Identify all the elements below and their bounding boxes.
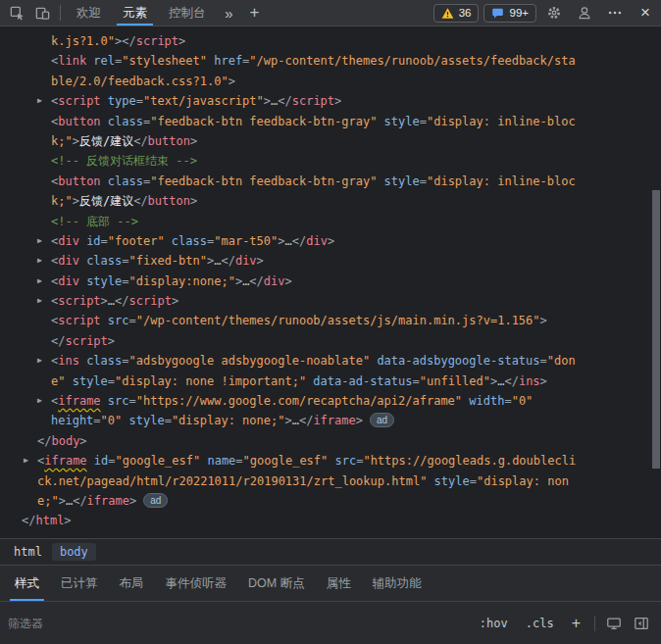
expand-arrow-icon[interactable]: ▶ <box>37 251 42 271</box>
dom-tree-line[interactable]: ▶<div class="fixed-btn">…</div> <box>0 251 661 271</box>
filter-input[interactable] <box>8 617 469 630</box>
code-val: "/wp-content/themes/runoob/assets/js/mai… <box>136 314 540 327</box>
breadcrumb-item-body[interactable]: body <box>52 543 96 561</box>
dom-tree-line[interactable]: <!-- 底部 --> <box>0 212 661 231</box>
sidebar-tab-6[interactable]: 属性 <box>316 566 362 601</box>
dom-tree-line[interactable]: <script src="/wp-content/themes/runoob/a… <box>0 311 661 330</box>
dom-tree-line[interactable]: e" style="display: none !important;" dat… <box>0 372 661 391</box>
code-val: "display:none;" <box>129 274 235 288</box>
breadcrumb-item-html[interactable]: html <box>6 543 50 561</box>
code-tag: iframe <box>313 414 355 427</box>
dom-tree-line[interactable]: height="0" style="display: none;">…</ifr… <box>0 411 661 430</box>
dom-tree-line[interactable]: <!-- 反馈对话框结束 --> <box>0 151 661 171</box>
devtools-toolbar: 欢迎元素控制台 » + 36 99 <box>0 0 661 26</box>
code-punc: > <box>73 194 79 208</box>
dom-tree-line[interactable]: </script> <box>0 331 661 351</box>
dom-tree-line[interactable]: <button class="feedback-btn feedback-btn… <box>0 172 661 191</box>
code-tag: html <box>35 514 64 527</box>
dom-tree-line[interactable]: ▶<div id="footer" class="mar-t50">…</div… <box>0 231 661 251</box>
warnings-button[interactable]: 36 <box>433 4 480 23</box>
code-attr: src <box>328 454 356 468</box>
expand-arrow-icon[interactable]: ▶ <box>37 291 42 311</box>
sidebar-tab-3[interactable]: 布局 <box>109 566 155 601</box>
devtools-tab-2[interactable]: 元素 <box>112 0 158 25</box>
close-icon[interactable]: × <box>633 3 658 23</box>
code-val: e;" <box>37 494 59 508</box>
expand-arrow-icon[interactable]: ▶ <box>37 391 42 411</box>
code-punc: = <box>420 115 427 128</box>
inspect-element-icon[interactable] <box>4 0 29 25</box>
sidebar-tab-5[interactable]: DOM 断点 <box>237 566 316 601</box>
code-tag: div <box>58 254 79 268</box>
monitor-icon[interactable] <box>602 612 626 635</box>
code-val: "https://googleads.g.doublecli <box>363 454 576 468</box>
dom-tree-line[interactable]: ▶<script>…</script> <box>0 291 661 311</box>
sidebar-tab-2[interactable]: 已计算 <box>50 566 109 601</box>
code-punc: = <box>129 314 136 327</box>
more-menu-icon[interactable] <box>602 5 628 21</box>
user-icon[interactable] <box>572 5 597 21</box>
sidebar-tab-7[interactable]: 辅助功能 <box>362 566 432 601</box>
sidebar-tab-4[interactable]: 事件侦听器 <box>155 566 238 601</box>
dom-tree-line[interactable]: ▶<iframe id="google_esf" name="google_es… <box>0 451 661 471</box>
settings-gear-icon[interactable] <box>541 5 567 21</box>
dom-tree-line[interactable]: ble/2.0/feedback.css?1.0"> <box>0 72 661 91</box>
dom-tree-line[interactable]: <link rel="stylesheet" href="/wp-content… <box>0 51 661 71</box>
more-tabs-button[interactable]: » <box>217 0 242 25</box>
toggle-hover-state-button[interactable]: :hov <box>473 615 515 632</box>
device-toolbar-icon[interactable] <box>29 0 55 25</box>
dom-tree-line[interactable]: ck.net/pagead/html/r20221011/r20190131/z… <box>0 471 661 491</box>
code-attr: rel <box>86 54 115 68</box>
vertical-scrollbar[interactable] <box>651 26 661 538</box>
dom-tree-line[interactable]: ▶<iframe src="https://www.google.com/rec… <box>0 391 661 411</box>
code-tag: button <box>58 115 100 128</box>
code-punc: > <box>59 494 66 508</box>
expand-arrow-icon[interactable]: ▶ <box>37 91 42 111</box>
code-punc: </ <box>22 514 35 527</box>
ad-badge[interactable]: ad <box>370 413 394 427</box>
code-tag: script <box>58 294 100 308</box>
code-punc: = <box>136 94 143 108</box>
expand-arrow-icon[interactable]: ▶ <box>37 231 42 251</box>
code-tag: ins <box>519 374 540 388</box>
dom-tree-line[interactable]: k.js?1.0"></script> <box>0 31 661 51</box>
code-attr: height <box>51 414 93 427</box>
dom-tree-line[interactable]: ▶<div style="display:none;">…</div> <box>0 272 661 291</box>
expand-arrow-icon[interactable]: ▶ <box>37 351 42 371</box>
code-punc: </ <box>299 414 313 427</box>
ad-badge[interactable]: ad <box>143 493 168 508</box>
dom-tree-line[interactable]: k;">反馈/建议</button> <box>0 191 661 211</box>
code-ellipsis: … <box>292 414 299 427</box>
code-val: ck.net/pagead/html/r20221011/r20190131/z… <box>37 474 427 488</box>
code-tag: button <box>148 134 190 148</box>
expand-arrow-icon[interactable]: ▶ <box>37 272 42 291</box>
code-punc: > <box>540 314 547 327</box>
dom-tree-line[interactable]: e;">…</iframe>ad <box>0 491 661 511</box>
toggle-classes-button[interactable]: .cls <box>519 615 561 632</box>
expand-arrow-icon[interactable]: ▶ <box>24 451 28 471</box>
toggle-sidebar-icon[interactable] <box>630 612 653 635</box>
devtools-tab-1[interactable]: 欢迎 <box>66 0 112 25</box>
dom-tree: k.js?1.0"></script><link rel="stylesheet… <box>0 26 661 531</box>
dom-tree-line[interactable]: </html> <box>0 511 661 530</box>
code-punc: > <box>334 94 341 108</box>
dom-tree-line[interactable]: k;">反馈/建议</button> <box>0 131 661 151</box>
dom-tree-line[interactable]: ▶<script type="text/javascript">…</scrip… <box>0 91 661 111</box>
dom-tree-line[interactable]: </body> <box>0 431 661 451</box>
code-tag: script <box>58 94 100 108</box>
scrollbar-thumb[interactable] <box>652 190 660 469</box>
add-tool-button[interactable]: + <box>242 0 268 25</box>
devtools-tab-3[interactable]: 控制台 <box>158 0 217 25</box>
code-punc: > <box>178 34 185 48</box>
code-tag: div <box>264 274 285 288</box>
new-style-rule-button[interactable]: + <box>565 613 587 634</box>
code-attr: class <box>79 354 122 368</box>
sidebar-tab-1[interactable]: 样式 <box>4 566 50 601</box>
code-val: "/wp-content/themes/runoob/assets/feedba… <box>249 54 575 68</box>
toolbar-separator <box>60 5 61 21</box>
dom-tree-line[interactable]: <button class="feedback-btn feedback-btn… <box>0 112 661 131</box>
code-tag: script <box>292 94 334 108</box>
messages-button[interactable]: 99+ <box>483 4 536 23</box>
dom-tree-line[interactable]: ▶<ins class="adsbygoogle adsbygoogle-noa… <box>0 351 661 371</box>
code-val: "text/javascript" <box>143 94 264 108</box>
